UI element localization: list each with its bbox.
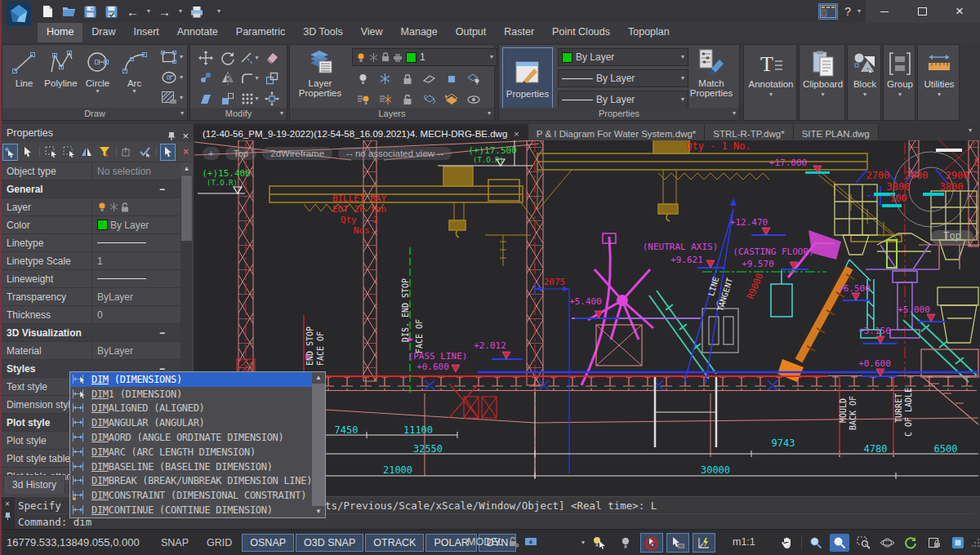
layer-thaw-all-icon[interactable] (374, 89, 396, 109)
property-row-layer[interactable]: Layer (0, 198, 181, 216)
autocomplete-item[interactable]: DIMARC (ARC LENGTH DIMENSION) (70, 445, 312, 460)
workspace-button[interactable] (818, 3, 838, 20)
scroll-thumb[interactable] (181, 175, 192, 241)
bricscad-logo[interactable] (7, 2, 31, 26)
resize-grip[interactable] (972, 538, 980, 548)
ellipse-dropdown-icon[interactable]: ▾ (180, 74, 183, 81)
select-window-icon[interactable] (43, 144, 59, 161)
layer-off-icon[interactable] (352, 69, 374, 89)
undo-dropdown-icon[interactable]: ▾ (147, 8, 150, 15)
minimize-button[interactable] (866, 0, 903, 23)
print-button[interactable] (189, 5, 203, 19)
properties-button[interactable]: Properties (502, 47, 553, 109)
viewport-add-control[interactable]: + (203, 147, 220, 160)
layer-states-icon[interactable] (462, 69, 484, 89)
apply-selection-icon[interactable] (137, 144, 153, 161)
autocomplete-item[interactable]: DIMAORD (ANGLE ORDINATE DIMENSION) (70, 430, 312, 445)
quad-off-button[interactable] (640, 533, 663, 553)
regen-icon[interactable] (901, 534, 920, 552)
redo-button[interactable]: → (158, 5, 172, 19)
orbit-icon[interactable] (877, 534, 897, 552)
color-combo-chevron-icon[interactable]: ▾ (681, 54, 684, 60)
toggle-osnap[interactable]: OSNAP (242, 534, 294, 552)
autocomplete-item[interactable]: DIMCONSTRAINT (DIMENSIONAL CONSTRAINT) (70, 488, 312, 503)
property-row-object-type[interactable]: Object typeNo selection (0, 162, 181, 180)
select-icon[interactable] (20, 144, 36, 161)
property-row-material[interactable]: MaterialByLayer (0, 342, 181, 360)
viewport-control[interactable]: Top (225, 147, 257, 160)
autocomplete-item[interactable]: DIMBASELINE (BASELINE DIMENSION) (70, 460, 312, 474)
mirror-button[interactable] (216, 68, 238, 88)
layer-properties-button[interactable]: Layer Properties (293, 47, 347, 109)
utilities-panel-button[interactable]: Utilities ▾ (918, 50, 960, 98)
save-as-button[interactable] (105, 5, 118, 19)
document-tab[interactable]: (12-40-56_PM_9-19-2022)(12-54-58_16.09.2… (194, 124, 528, 140)
property-value[interactable]: By Layer (91, 216, 181, 233)
rotate-button[interactable] (216, 47, 238, 68)
toggle-grid[interactable]: GRID (198, 534, 240, 552)
doc-tabs-overflow-icon[interactable]: ▾ (969, 127, 975, 134)
autocomplete-scrollbar[interactable]: ▲ ▼ (312, 372, 325, 517)
zoom-window-icon[interactable] (853, 534, 873, 552)
block-panel-button[interactable]: Block ▾ (848, 50, 882, 98)
property-value[interactable] (91, 198, 181, 215)
layer-on-all-icon[interactable] (352, 89, 374, 109)
property-value[interactable]: ByLayer (91, 342, 181, 359)
document-tab-close-icon[interactable]: × (514, 129, 519, 139)
palette-close-icon[interactable]: × (182, 127, 189, 145)
color-combo[interactable]: By Layer ▾ (558, 48, 688, 66)
autocomplete-item[interactable]: DIMALIGNED (ALIGNED) (70, 402, 312, 416)
ribbon-tab-draw[interactable]: Draw (82, 23, 124, 42)
properties-panel-footer[interactable]: Properties▾ (499, 108, 739, 120)
scroll-down-icon[interactable]: ▼ (312, 506, 325, 517)
select-crossing-icon[interactable] (61, 144, 77, 161)
layer-freeze-button[interactable] (374, 69, 396, 89)
layer-previous-icon[interactable] (440, 89, 462, 109)
property-section-3d-visualization[interactable]: 3D Visualization− (0, 324, 181, 342)
document-tab[interactable]: P & I Diagram For Water System.dwg* (528, 124, 706, 140)
document-tab[interactable]: SITE PLAN.dwg (794, 124, 879, 140)
hatch-dropdown-icon[interactable]: ▾ (180, 95, 183, 101)
quick-select-icon[interactable] (97, 144, 113, 161)
property-row-linetype-scale[interactable]: Linetype Scale1 (0, 252, 181, 270)
quad-menu-button[interactable] (666, 533, 689, 553)
clipboard-panel-button[interactable]: Clipboard ▾ (800, 50, 846, 98)
layer-unlock-button[interactable] (396, 89, 418, 109)
ribbon-tab-raster[interactable]: Raster (495, 23, 543, 42)
viewport-control[interactable]: -- no associated view -- (338, 147, 452, 160)
zoom-active-icon[interactable] (830, 534, 849, 552)
circle-dropdown-icon[interactable]: ▾ (96, 88, 99, 95)
toggle-otrack[interactable]: OTRACK (365, 534, 424, 552)
property-row-transparency[interactable]: TransparencyByLayer (0, 288, 181, 306)
scroll-up-icon[interactable]: ▲ (180, 162, 193, 175)
arc-tool-button[interactable]: Arc ▾ (116, 47, 153, 108)
draw-panel-footer[interactable]: Draw▾ (2, 108, 187, 120)
polyline-tool-button[interactable]: Polyline (42, 47, 79, 108)
circle-tool-button[interactable]: Circle ▾ (79, 47, 116, 108)
help-button[interactable]: ? (844, 5, 851, 18)
layer-eye-icon[interactable] (462, 89, 484, 109)
select-similar-icon[interactable] (79, 144, 95, 161)
save-button[interactable] (83, 5, 97, 19)
linetype-combo[interactable]: By Layer ▾ (558, 69, 688, 87)
ribbon-tab-point-clouds[interactable]: Point Clouds (543, 23, 619, 42)
ribbon-tab-parametric[interactable]: Parametric (227, 23, 294, 42)
model-space-button[interactable]: MODEL (467, 536, 503, 548)
group-panel-button[interactable]: Group ▾ (884, 50, 916, 98)
autocomplete-item[interactable]: DIMCONTINUE (CONTINUE DIMENSION) (70, 503, 312, 517)
palette-tab-3d-history[interactable]: 3d History (3, 475, 65, 494)
ribbon-tab-home[interactable]: Home (38, 23, 82, 42)
scale-button[interactable] (216, 88, 238, 109)
copy-button[interactable] (194, 68, 216, 88)
isolate-objects-icon[interactable] (588, 533, 611, 553)
open-file-button[interactable] (62, 5, 76, 19)
annotation-scale[interactable]: m1:1 (733, 536, 755, 548)
offset-button[interactable] (261, 68, 283, 88)
help-dropdown-icon[interactable]: ▾ (858, 8, 861, 15)
property-value[interactable] (91, 234, 181, 251)
erase-button[interactable] (261, 47, 283, 68)
ribbon-tab-topoplan[interactable]: Topoplan (619, 23, 679, 42)
annotation-panel-button[interactable]: T Annotation ▾ (744, 50, 798, 98)
autocomplete-item[interactable]: DIMBREAK (BREAK/UNBREAK DIMENSION LINE) (70, 474, 312, 489)
undo-button[interactable]: ← (126, 5, 140, 19)
